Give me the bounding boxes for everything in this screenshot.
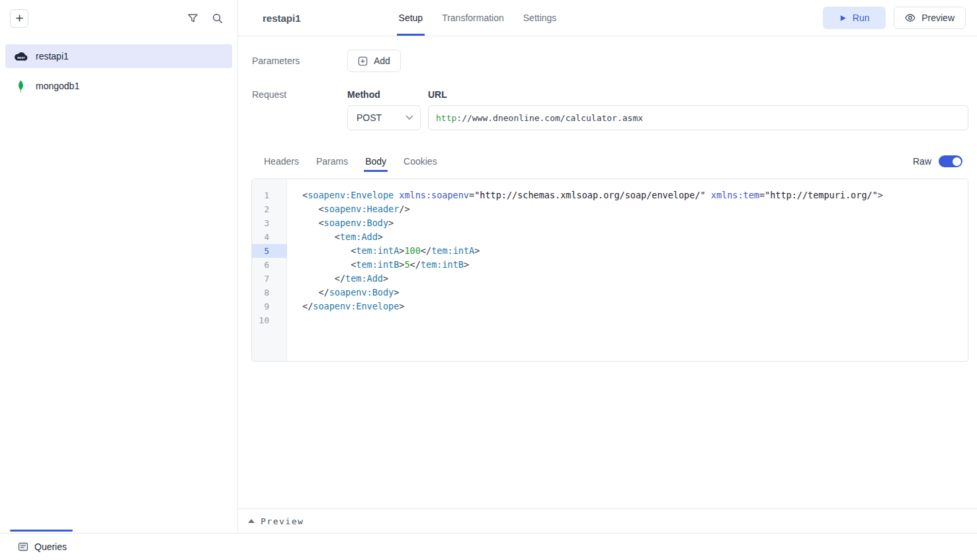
eye-icon	[905, 13, 915, 23]
tab-label: Cookies	[404, 156, 437, 167]
sidebar-item-restapi1[interactable]: REST restapi1	[5, 44, 232, 68]
method-group: Method POST	[347, 89, 421, 130]
code-line[interactable]: 6 <tem:intB>5</tem:intB>	[252, 258, 968, 272]
sidebar: REST restapi1 mongodb1	[0, 0, 238, 533]
line-number: 4	[252, 230, 287, 244]
code-line[interactable]: 8 </soapenv:Body>	[252, 286, 968, 300]
body-code-editor[interactable]: 1<soapenv:Envelope xmlns:soapenv="http:/…	[251, 179, 968, 362]
url-rest: ://www.dneonline.com/calculator.asmx	[456, 113, 643, 123]
caret-up-icon	[248, 519, 255, 523]
method-label: Method	[347, 89, 421, 100]
plus-icon	[15, 14, 24, 22]
add-button-label: Add	[374, 56, 390, 66]
main-header: restapi1 Setup Transformation Settings R…	[238, 0, 977, 36]
tab-cookies[interactable]: Cookies	[402, 151, 439, 172]
url-input[interactable]: http://www.dneonline.com/calculator.asmx	[428, 105, 968, 130]
tab-label: Params	[316, 156, 348, 167]
tab-params[interactable]: Params	[315, 151, 349, 172]
add-entity-button[interactable]	[10, 9, 28, 28]
page-title: restapi1	[263, 13, 301, 24]
code-line-content: <soapenv:Body>	[287, 216, 394, 230]
line-number: 7	[252, 272, 287, 286]
rest-api-icon: REST	[13, 51, 28, 61]
search-icon[interactable]	[212, 13, 223, 24]
sidebar-header	[0, 0, 237, 36]
tab-setup[interactable]: Setup	[397, 0, 425, 36]
url-group: URL http://www.dneonline.com/calculator.…	[428, 89, 968, 130]
code-line-content: </soapenv:Envelope>	[287, 300, 404, 313]
queries-tab[interactable]: Queries	[18, 541, 67, 552]
filter-icon[interactable]	[187, 13, 198, 24]
tab-label: Transformation	[442, 13, 504, 23]
toggle-knob	[953, 157, 961, 166]
code-line-content: <tem:Add>	[287, 230, 383, 244]
code-line[interactable]: 4 <tem:Add>	[252, 230, 968, 244]
code-line[interactable]: 2 <soapenv:Header/>	[252, 202, 968, 216]
tab-label: Headers	[264, 156, 299, 167]
code-lines: 1<soapenv:Envelope xmlns:soapenv="http:/…	[252, 179, 968, 327]
line-number: 10	[252, 313, 287, 327]
tab-label: Settings	[523, 13, 557, 23]
code-line[interactable]: 10	[252, 313, 968, 327]
app-root: REST restapi1 mongodb1	[0, 0, 977, 560]
code-line[interactable]: 7 </tem:Add>	[252, 272, 968, 286]
chevron-down-icon	[405, 115, 413, 120]
raw-toggle[interactable]	[939, 155, 962, 167]
svg-text:REST: REST	[17, 56, 25, 60]
line-number: 8	[252, 286, 287, 300]
preview-button[interactable]: Preview	[894, 7, 966, 29]
method-select[interactable]: POST	[347, 105, 421, 130]
preview-button-label: Preview	[921, 13, 955, 23]
sidebar-item-mongodb1[interactable]: mongodb1	[5, 74, 232, 98]
url-scheme: http	[436, 113, 456, 123]
plus-square-icon	[358, 56, 368, 66]
tab-settings[interactable]: Settings	[521, 0, 559, 36]
response-preview-bar[interactable]: Preview	[238, 508, 977, 533]
code-line-content: <soapenv:Envelope xmlns:soapenv="http://…	[287, 188, 883, 202]
code-line[interactable]: 1<soapenv:Envelope xmlns:soapenv="http:/…	[252, 188, 968, 202]
line-number: 5	[252, 244, 287, 258]
code-line[interactable]: 5 <tem:intA>100</tem:intA>	[252, 244, 968, 258]
request-label: Request	[251, 89, 347, 100]
sidebar-header-icons	[187, 13, 223, 24]
response-preview-label: Preview	[261, 516, 304, 526]
method-value: POST	[357, 112, 382, 123]
tab-transformation[interactable]: Transformation	[440, 0, 506, 36]
line-number: 1	[252, 188, 287, 202]
run-button-label: Run	[853, 13, 870, 23]
header-tabs: Setup Transformation Settings	[397, 0, 559, 36]
code-line-content	[287, 313, 302, 327]
setup-content: Parameters Add Request Method POST	[238, 36, 977, 508]
line-number: 3	[252, 216, 287, 230]
code-line-content: <tem:intB>5</tem:intB>	[287, 258, 469, 272]
entity-label: restapi1	[36, 51, 69, 61]
line-number: 6	[252, 258, 287, 272]
add-parameter-button[interactable]: Add	[347, 50, 401, 72]
run-button[interactable]: Run	[823, 7, 886, 29]
code-line-content: </soapenv:Body>	[287, 286, 399, 300]
code-line[interactable]: 9</soapenv:Envelope>	[252, 300, 968, 313]
request-config-tabs: Headers Params Body Cookies Raw	[251, 151, 968, 172]
queries-icon	[18, 541, 28, 552]
entity-label: mongodb1	[36, 81, 79, 91]
tab-label: Body	[365, 156, 386, 167]
parameters-row: Parameters Add	[251, 50, 968, 72]
code-line-content: <tem:intA>100</tem:intA>	[287, 244, 480, 258]
code-line-content: <soapenv:Header/>	[287, 202, 410, 216]
main-wrap: REST restapi1 mongodb1	[0, 0, 977, 533]
queries-label: Queries	[34, 541, 67, 552]
bottom-bar: Queries	[0, 533, 977, 560]
play-icon	[839, 15, 847, 22]
line-number: 9	[252, 300, 287, 313]
entity-list: REST restapi1 mongodb1	[0, 36, 237, 533]
request-row: Request Method POST URL http://www.dneon…	[251, 89, 968, 130]
parameters-label: Parameters	[251, 56, 347, 66]
line-number: 2	[252, 202, 287, 216]
tab-label: Setup	[399, 13, 423, 23]
code-line-content: </tem:Add>	[287, 272, 388, 286]
tab-body[interactable]: Body	[364, 151, 388, 172]
code-line[interactable]: 3 <soapenv:Body>	[252, 216, 968, 230]
tab-headers[interactable]: Headers	[263, 151, 300, 172]
mongodb-icon	[13, 79, 28, 93]
header-actions: Run Preview	[823, 7, 966, 29]
